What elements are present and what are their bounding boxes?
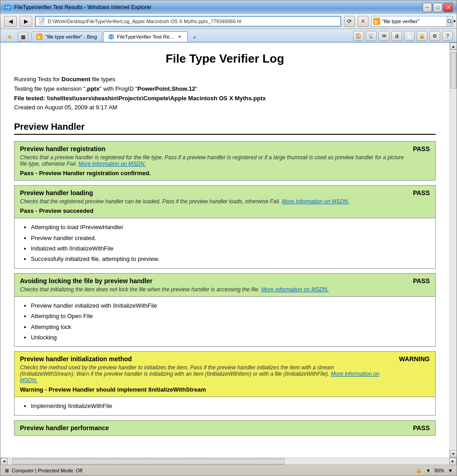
meta-info: Running Tests for Document file types Te… bbox=[14, 75, 436, 113]
test-performance-status: PASS bbox=[413, 424, 430, 432]
new-tab-button[interactable]: + bbox=[190, 33, 200, 42]
list-item: Preview handler initialized with IInitia… bbox=[31, 300, 430, 311]
refresh-button[interactable]: ⟳ bbox=[344, 16, 355, 27]
feeds-button[interactable]: 📡 bbox=[366, 31, 377, 41]
safety-button[interactable]: 🔒 bbox=[417, 31, 428, 41]
test-locking-title: Avoiding locking the file by preview han… bbox=[20, 277, 329, 285]
test-loading-header: Preview handler loading Checks that the … bbox=[15, 186, 435, 218]
test-locking-description: Checks that initializing the item does n… bbox=[20, 286, 329, 293]
test-loading: Preview handler loading Checks that the … bbox=[14, 185, 436, 269]
title-bar-buttons: ─ □ ✕ bbox=[423, 3, 453, 12]
tools-button[interactable]: ⚙ bbox=[429, 31, 440, 41]
tab-bing-label: "file type verifier" - Bing bbox=[45, 34, 97, 39]
svg-line-11 bbox=[451, 22, 452, 24]
meta-line4: Created on August 05, 2009 at 9:17 AM bbox=[14, 103, 436, 113]
list-item: Unlocking bbox=[31, 332, 430, 343]
list-item: Attempting to Open File bbox=[31, 311, 430, 321]
scroll-left-button[interactable]: ◄ bbox=[0, 458, 8, 465]
test-initialization-status: WARNING bbox=[399, 355, 430, 363]
test-registration-link[interactable]: More information on MSDN. bbox=[79, 161, 146, 167]
content-area: File Type Verifier Log Running Tests for… bbox=[0, 43, 457, 457]
list-item: Attempting to load IPreviewHandler bbox=[31, 222, 430, 232]
meta-line2: Testing file type extension ".pptx" with… bbox=[14, 84, 436, 94]
scroll-right-button[interactable]: ► bbox=[449, 458, 457, 465]
svg-text:b: b bbox=[374, 19, 378, 25]
test-loading-title: Preview handler loading bbox=[20, 189, 349, 196]
test-locking-status: PASS bbox=[413, 277, 430, 285]
test-initialization-title: Preview handler initialization method bbox=[20, 355, 390, 363]
tab-toolbar-right: 🏠 📡 ✉ 🖨 📄 🔒 ⚙ ? bbox=[353, 31, 453, 42]
status-bar: 🖥 Computer | Protected Mode: Off 🔒 ▼ 90%… bbox=[0, 465, 457, 476]
test-performance-header-left: Preview handler performance bbox=[20, 424, 109, 432]
h-scroll-track bbox=[8, 458, 449, 465]
browser-icon bbox=[4, 4, 11, 11]
test-initialization-result: Warning - Preview Handler should impleme… bbox=[20, 386, 390, 393]
tab-close-button[interactable]: ✕ bbox=[177, 34, 183, 40]
scroll-thumb[interactable] bbox=[450, 52, 457, 88]
minimize-button[interactable]: ─ bbox=[423, 3, 432, 12]
svg-rect-4 bbox=[42, 18, 44, 20]
status-right: 🔒 ▼ 90% ▼ bbox=[416, 467, 453, 473]
test-locking-details: Preview handler initialized with IInitia… bbox=[15, 296, 435, 347]
list-item: Implementing IInitializeWithFile bbox=[31, 401, 430, 411]
test-performance-title: Preview handler performance bbox=[20, 424, 109, 432]
test-performance-header: Preview handler performance PASS bbox=[15, 421, 435, 435]
help-button[interactable]: ? bbox=[442, 31, 453, 41]
list-item: Attempting lock bbox=[31, 322, 430, 332]
security-icon: 🔒 bbox=[416, 467, 422, 473]
zoom-level: 90% bbox=[434, 468, 444, 473]
zoom-dropdown[interactable]: ▼ bbox=[448, 468, 453, 473]
h-scroll-thumb[interactable] bbox=[12, 458, 285, 465]
close-button[interactable]: ✕ bbox=[443, 3, 453, 12]
test-loading-status: PASS bbox=[413, 189, 430, 196]
tab-bing[interactable]: b "file type verifier" - Bing bbox=[31, 31, 102, 42]
test-initialization-header: Preview handler initialization method Ch… bbox=[15, 352, 435, 397]
test-initialization: Preview handler initialization method Ch… bbox=[14, 351, 436, 415]
address-bar[interactable]: D:\Work\Desktop\FileTypeVerifierLog_Appl… bbox=[35, 16, 341, 27]
test-loading-link[interactable]: More information on MSDN. bbox=[282, 198, 349, 205]
meta-line1: Running Tests for Document file types bbox=[14, 75, 436, 84]
test-registration-status: PASS bbox=[413, 145, 430, 152]
tab-filetype[interactable]: FileTypeVerifier Test Re... ✕ bbox=[103, 31, 188, 42]
test-registration: Preview handler registration Checks that… bbox=[14, 141, 436, 181]
print-button[interactable]: 🖨 bbox=[391, 31, 402, 41]
test-registration-result: Pass - Preview Handler registration conf… bbox=[20, 170, 404, 177]
scroll-down-button[interactable]: ▼ bbox=[450, 450, 457, 457]
status-icon: 🖥 bbox=[4, 468, 9, 473]
search-input[interactable] bbox=[380, 16, 447, 26]
test-locking-link[interactable]: More information on MSDN. bbox=[261, 286, 329, 293]
test-locking-header-left: Avoiding locking the file by preview han… bbox=[20, 277, 329, 293]
favorites-button[interactable]: ★ bbox=[4, 32, 15, 42]
status-left: 🖥 Computer | Protected Mode: Off bbox=[4, 468, 411, 473]
forward-button[interactable]: ▶ bbox=[20, 16, 32, 27]
security-dropdown[interactable]: ▼ bbox=[426, 468, 431, 473]
search-submit-button[interactable] bbox=[447, 16, 452, 26]
test-locking: Avoiding locking the file by preview han… bbox=[14, 273, 436, 347]
bing-tab-icon: b bbox=[36, 34, 43, 40]
test-registration-title: Preview handler registration bbox=[20, 145, 404, 152]
maximize-button[interactable]: □ bbox=[433, 3, 442, 12]
search-dropdown-button[interactable]: ▼ bbox=[452, 19, 457, 24]
mail-button[interactable]: ✉ bbox=[378, 31, 389, 41]
horizontal-scrollbar: ◄ ► bbox=[0, 457, 457, 465]
title-bar: FileTypeVerifier Test Results - Windows … bbox=[0, 0, 457, 14]
svg-text:b: b bbox=[38, 34, 40, 39]
test-registration-description: Checks that a preview handler is registe… bbox=[20, 154, 404, 167]
status-text: Computer | Protected Mode: Off bbox=[12, 468, 83, 473]
tab-groups-button[interactable]: ▦ bbox=[18, 32, 29, 42]
navigation-toolbar: ◀ ▶ D:\Work\Desktop\FileTypeVerifierLog_… bbox=[0, 14, 457, 29]
home-button[interactable]: 🏠 bbox=[353, 31, 364, 41]
test-locking-header: Avoiding locking the file by preview han… bbox=[15, 274, 435, 296]
title-bar-left: FileTypeVerifier Test Results - Windows … bbox=[4, 4, 152, 11]
test-loading-details: Attempting to load IPreviewHandler Previ… bbox=[15, 218, 435, 268]
back-button[interactable]: ◀ bbox=[4, 16, 17, 27]
stop-button[interactable]: ✕ bbox=[358, 16, 369, 27]
page-button[interactable]: 📄 bbox=[404, 31, 415, 41]
section-header: Preview Handler bbox=[14, 122, 436, 135]
search-icon bbox=[447, 19, 452, 24]
bing-icon: b bbox=[373, 18, 380, 25]
test-initialization-details: Implementing IInitializeWithFile bbox=[15, 397, 435, 415]
search-bar[interactable]: b ▼ bbox=[371, 16, 453, 27]
scroll-up-button[interactable]: ▲ bbox=[450, 43, 457, 50]
test-loading-header-left: Preview handler loading Checks that the … bbox=[20, 189, 349, 214]
